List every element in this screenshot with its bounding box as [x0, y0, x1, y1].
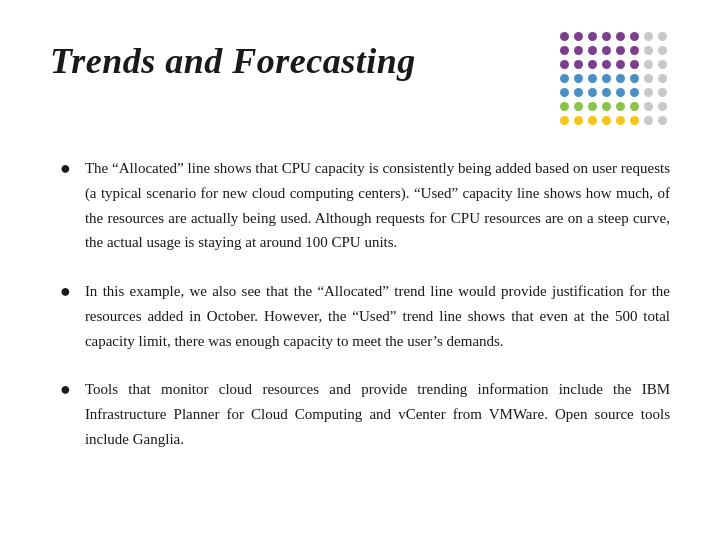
dot-30 — [644, 74, 653, 83]
dot-26 — [588, 74, 597, 83]
header: Trends and Forecasting — [50, 30, 670, 128]
dot-4 — [616, 32, 625, 41]
dot-36 — [616, 88, 625, 97]
dot-42 — [588, 102, 597, 111]
dot-40 — [560, 102, 569, 111]
bullet-text-1: The “Allocated” line shows that CPU capa… — [85, 156, 670, 255]
dot-31 — [658, 74, 667, 83]
bullet-marker-3: ● — [60, 379, 71, 400]
dot-27 — [602, 74, 611, 83]
dot-49 — [574, 116, 583, 125]
dot-38 — [644, 88, 653, 97]
dot-3 — [602, 32, 611, 41]
dot-22 — [644, 60, 653, 69]
dot-19 — [602, 60, 611, 69]
dot-20 — [616, 60, 625, 69]
dot-55 — [658, 116, 667, 125]
bullet-item-1: ● The “Allocated” line shows that CPU ca… — [60, 156, 670, 255]
dot-23 — [658, 60, 667, 69]
dot-34 — [588, 88, 597, 97]
dot-37 — [630, 88, 639, 97]
dot-9 — [574, 46, 583, 55]
dot-41 — [574, 102, 583, 111]
bullet-item-3: ● Tools that monitor cloud resources and… — [60, 377, 670, 451]
dot-51 — [602, 116, 611, 125]
dot-14 — [644, 46, 653, 55]
dot-18 — [588, 60, 597, 69]
dot-53 — [630, 116, 639, 125]
content-area: ● The “Allocated” line shows that CPU ca… — [50, 156, 670, 452]
dot-10 — [588, 46, 597, 55]
dot-54 — [644, 116, 653, 125]
dot-2 — [588, 32, 597, 41]
dot-45 — [630, 102, 639, 111]
dot-1 — [574, 32, 583, 41]
dot-17 — [574, 60, 583, 69]
dot-grid-decoration — [560, 32, 670, 128]
dot-28 — [616, 74, 625, 83]
dot-16 — [560, 60, 569, 69]
dot-44 — [616, 102, 625, 111]
dot-48 — [560, 116, 569, 125]
dot-6 — [644, 32, 653, 41]
dot-0 — [560, 32, 569, 41]
dot-52 — [616, 116, 625, 125]
dot-13 — [630, 46, 639, 55]
dot-15 — [658, 46, 667, 55]
dot-46 — [644, 102, 653, 111]
bullet-text-2: In this example, we also see that the “A… — [85, 279, 670, 353]
dot-29 — [630, 74, 639, 83]
dot-33 — [574, 88, 583, 97]
slide: Trends and Forecasting ● The “Allocated”… — [0, 0, 720, 540]
dot-11 — [602, 46, 611, 55]
dot-5 — [630, 32, 639, 41]
dot-21 — [630, 60, 639, 69]
dot-32 — [560, 88, 569, 97]
bullet-marker-1: ● — [60, 158, 71, 179]
dot-35 — [602, 88, 611, 97]
dot-50 — [588, 116, 597, 125]
slide-title: Trends and Forecasting — [50, 30, 416, 82]
dot-7 — [658, 32, 667, 41]
dot-47 — [658, 102, 667, 111]
dot-25 — [574, 74, 583, 83]
dot-43 — [602, 102, 611, 111]
dot-39 — [658, 88, 667, 97]
bullet-marker-2: ● — [60, 281, 71, 302]
bullet-item-2: ● In this example, we also see that the … — [60, 279, 670, 353]
bullet-text-3: Tools that monitor cloud resources and p… — [85, 377, 670, 451]
dot-8 — [560, 46, 569, 55]
dot-12 — [616, 46, 625, 55]
dot-24 — [560, 74, 569, 83]
